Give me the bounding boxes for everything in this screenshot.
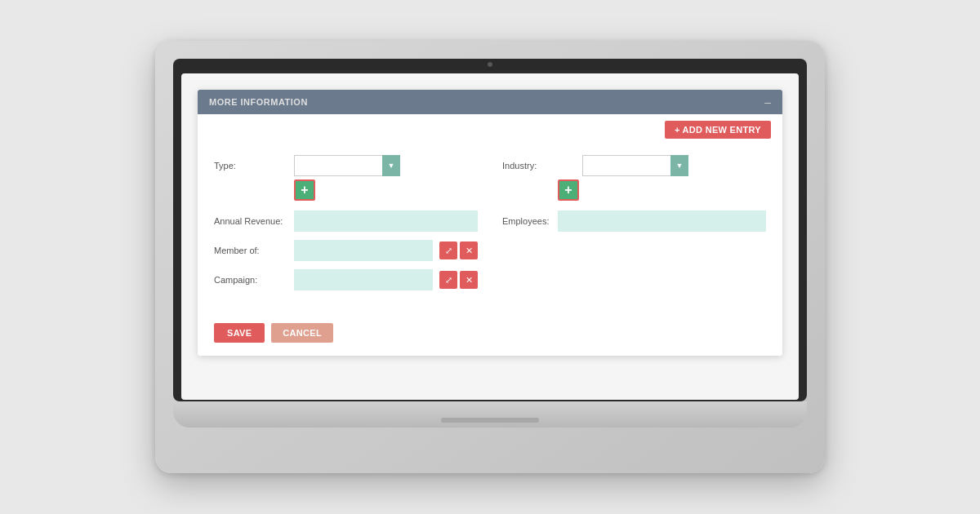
type-select[interactable] (294, 155, 400, 176)
revenue-employees-row: Annual Revenue: Employees: (214, 210, 766, 232)
campaign-row: Campaign: ⤢ ✕ (214, 269, 766, 290)
campaign-group: Campaign: ⤢ ✕ (214, 269, 478, 290)
camera-icon (488, 62, 492, 67)
member-of-actions: ⤢ ✕ (439, 241, 478, 259)
campaign-link-button[interactable]: ⤢ (439, 271, 457, 289)
campaign-label: Campaign: (214, 275, 287, 285)
employees-input[interactable] (558, 210, 766, 232)
dialog-title: MORE INFORMATION (209, 97, 308, 107)
form-actions: SAVE CANCEL (198, 315, 782, 356)
type-industry-row: Type: ▼ (214, 155, 766, 176)
add-buttons-row: + + (214, 179, 766, 201)
campaign-actions: ⤢ ✕ (439, 271, 478, 289)
minimize-button[interactable]: – (764, 96, 771, 108)
employees-label: Employees: (502, 216, 551, 226)
type-add-group: + (214, 179, 478, 201)
industry-label: Industry: (502, 161, 576, 171)
type-select-wrapper: ▼ (294, 155, 400, 176)
member-of-group: Member of: ⤢ ✕ (214, 240, 478, 261)
industry-add-button[interactable]: + (558, 179, 579, 201)
screen-content: MORE INFORMATION – + ADD NEW ENTRY Type: (181, 73, 799, 400)
dialog-header: MORE INFORMATION – (198, 90, 782, 114)
type-label: Type: (214, 161, 287, 171)
laptop-screen: MORE INFORMATION – + ADD NEW ENTRY Type: (181, 73, 799, 400)
member-of-label: Member of: (214, 246, 287, 255)
industry-select[interactable] (582, 155, 688, 176)
add-new-entry-button[interactable]: + ADD NEW ENTRY (665, 121, 771, 139)
employees-group: Employees: (502, 210, 766, 232)
campaign-input[interactable] (294, 269, 433, 290)
more-information-dialog: MORE INFORMATION – + ADD NEW ENTRY Type: (198, 90, 782, 356)
cancel-button[interactable]: CANCEL (271, 323, 333, 343)
industry-group: Industry: ▼ (502, 155, 766, 176)
member-of-row: Member of: ⤢ ✕ (214, 240, 766, 261)
member-of-link-button[interactable]: ⤢ (439, 241, 457, 259)
type-add-button[interactable]: + (294, 179, 315, 201)
dialog-body: Type: ▼ (198, 144, 782, 315)
dialog-toolbar: + ADD NEW ENTRY (198, 114, 782, 144)
industry-select-wrapper: ▼ (582, 155, 688, 176)
member-of-input[interactable] (294, 240, 433, 261)
member-of-remove-button[interactable]: ✕ (460, 241, 478, 259)
industry-add-group: + (502, 179, 766, 201)
laptop-base (173, 401, 807, 428)
save-button[interactable]: SAVE (214, 323, 265, 343)
annual-revenue-group: Annual Revenue: (214, 210, 478, 232)
annual-revenue-input[interactable] (294, 210, 478, 232)
laptop-frame: MORE INFORMATION – + ADD NEW ENTRY Type: (155, 41, 825, 473)
type-group: Type: ▼ (214, 155, 478, 176)
annual-revenue-label: Annual Revenue: (214, 216, 287, 226)
screen-bezel: MORE INFORMATION – + ADD NEW ENTRY Type: (173, 59, 807, 401)
campaign-remove-button[interactable]: ✕ (460, 271, 478, 289)
